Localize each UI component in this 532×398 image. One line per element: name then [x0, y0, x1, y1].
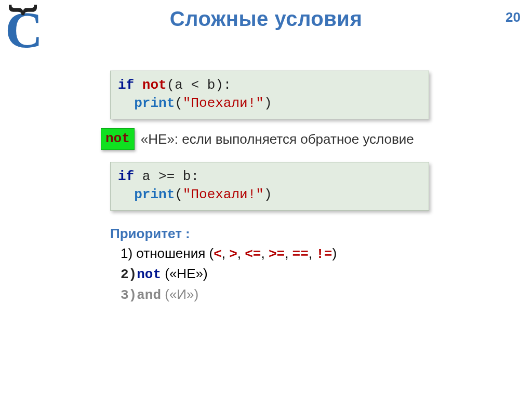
code-colon: :	[223, 77, 232, 93]
row1-op4: >=	[269, 246, 285, 262]
row1-sep4: ,	[285, 245, 292, 261]
row1-before: отношения (	[132, 245, 214, 261]
row1-op3: <=	[245, 246, 261, 262]
row2-num: 2)	[121, 267, 137, 282]
code-string: "Поехали!"	[183, 95, 264, 111]
row1-op2: >	[229, 246, 237, 262]
row3-num: 3)	[121, 287, 137, 303]
row1-sep1: ,	[222, 245, 229, 261]
code-block-equivalent: if a >= b: print("Поехали!")	[110, 162, 429, 211]
code-arg-open: (	[175, 187, 183, 202]
row1-after: )	[332, 245, 337, 261]
not-badge: not	[101, 128, 135, 150]
row3-after: («И»)	[161, 286, 198, 302]
code-arg-open: (	[175, 95, 183, 111]
code-cond-open: (a < b)	[167, 77, 223, 93]
row1-sep2: ,	[237, 245, 245, 261]
function-print: print	[134, 187, 175, 202]
row1-op1: <	[214, 246, 222, 262]
code-string: "Поехали!"	[183, 187, 264, 202]
keyword-if: if	[118, 169, 134, 184]
row1-sep5: ,	[309, 245, 316, 261]
keyword-not: not	[142, 77, 167, 93]
slide-title: Сложные условия	[0, 7, 532, 31]
row2-after: («НЕ»)	[161, 266, 208, 281]
row2-kw: not	[137, 267, 161, 282]
priority-row-1: 1) отношения (<, >, <=, >=, ==, !=)	[121, 244, 337, 265]
row1-op6: !=	[316, 246, 332, 262]
code-arg-close: )	[264, 187, 272, 202]
page-number: 20	[506, 9, 521, 25]
not-description-row: not «НЕ»: если выполняется обратное усло…	[101, 128, 414, 150]
row1-num: 1)	[121, 245, 132, 261]
function-print: print	[134, 95, 175, 111]
priority-row-2: 2)not («НЕ»)	[121, 264, 337, 285]
not-description: «НЕ»: если выполняется обратное условие	[141, 131, 414, 147]
code-cond: a >= b	[142, 169, 191, 184]
priority-row-3: 3)and («И»)	[121, 285, 337, 306]
priority-heading: Приоритет :	[110, 224, 337, 244]
code-block-not: if not(a < b): print("Поехали!")	[110, 71, 429, 119]
row1-op5: ==	[292, 246, 309, 262]
keyword-if: if	[118, 77, 134, 93]
row3-kw: and	[137, 287, 161, 303]
row1-sep3: ,	[261, 245, 268, 261]
code-colon: :	[191, 169, 199, 184]
code-arg-close: )	[264, 95, 272, 111]
priority-block: Приоритет : 1) отношения (<, >, <=, >=, …	[110, 224, 337, 306]
